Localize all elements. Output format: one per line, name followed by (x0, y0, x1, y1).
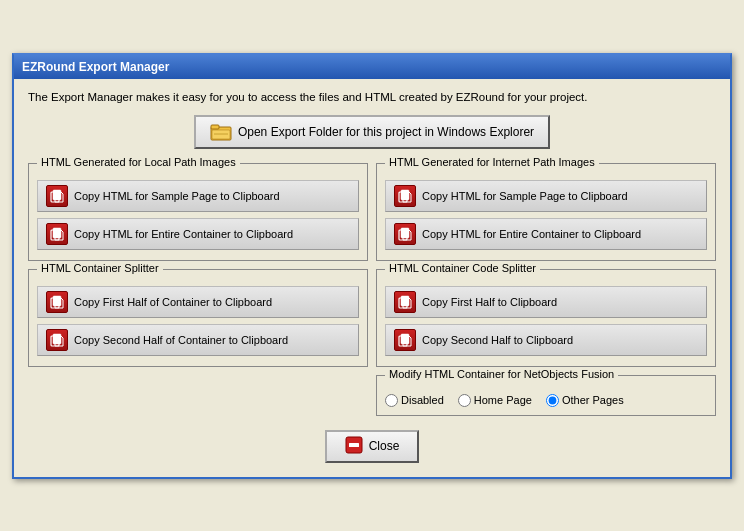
copy-icon-7 (394, 291, 416, 313)
local-sample-page-button[interactable]: Copy HTML for Sample Page to Clipboard (37, 180, 359, 212)
copy-icon-1 (46, 185, 68, 207)
first-half-container-button[interactable]: Copy First Half of Container to Clipboar… (37, 286, 359, 318)
internet-entire-container-label: Copy HTML for Entire Container to Clipbo… (422, 228, 641, 240)
code-splitter-legend: HTML Container Code Splitter (385, 262, 540, 274)
right-panel: HTML Generated for Internet Path Images (376, 163, 716, 416)
local-path-content: Copy HTML for Sample Page to Clipboard (37, 180, 359, 250)
radio-disabled[interactable] (385, 394, 398, 407)
copy-icon-2 (46, 223, 68, 245)
main-window: EZRound Export Manager The Export Manage… (12, 53, 732, 479)
local-entire-container-button[interactable]: Copy HTML for Entire Container to Clipbo… (37, 218, 359, 250)
title-bar: EZRound Export Manager (14, 55, 730, 79)
description-text: The Export Manager makes it easy for you… (28, 91, 716, 103)
window-title: EZRound Export Manager (22, 60, 722, 74)
netobjects-group: Modify HTML Container for NetObjects Fus… (376, 375, 716, 416)
radio-homepage[interactable] (458, 394, 471, 407)
local-entire-container-label: Copy HTML for Entire Container to Clipbo… (74, 228, 293, 240)
copy-icon-8 (394, 329, 416, 351)
second-half-label: Copy Second Half to Clipboard (422, 334, 573, 346)
local-path-legend: HTML Generated for Local Path Images (37, 156, 240, 168)
radio-disabled-option[interactable]: Disabled (385, 394, 444, 407)
open-folder-label: Open Export Folder for this project in W… (238, 125, 534, 139)
local-sample-page-label: Copy HTML for Sample Page to Clipboard (74, 190, 280, 202)
svg-rect-21 (349, 443, 359, 447)
first-half-container-label: Copy First Half of Container to Clipboar… (74, 296, 272, 308)
radio-otherpages[interactable] (546, 394, 559, 407)
panels-row: HTML Generated for Local Path Images (28, 163, 716, 416)
window-body: The Export Manager makes it easy for you… (14, 79, 730, 477)
code-splitter-group: HTML Container Code Splitter (376, 269, 716, 367)
internet-entire-container-button[interactable]: Copy HTML for Entire Container to Clipbo… (385, 218, 707, 250)
copy-icon-5 (394, 185, 416, 207)
radio-homepage-label: Home Page (474, 394, 532, 406)
close-label: Close (369, 439, 400, 453)
radio-otherpages-option[interactable]: Other Pages (546, 394, 624, 407)
close-icon (345, 436, 363, 457)
internet-sample-page-button[interactable]: Copy HTML for Sample Page to Clipboard (385, 180, 707, 212)
code-splitter-content: Copy First Half to Clipboard (385, 286, 707, 356)
local-path-group: HTML Generated for Local Path Images (28, 163, 368, 261)
copy-icon-4 (46, 329, 68, 351)
left-panel: HTML Generated for Local Path Images (28, 163, 368, 416)
internet-path-content: Copy HTML for Sample Page to Clipboard (385, 180, 707, 250)
radio-homepage-option[interactable]: Home Page (458, 394, 532, 407)
internet-path-legend: HTML Generated for Internet Path Images (385, 156, 599, 168)
first-half-button[interactable]: Copy First Half to Clipboard (385, 286, 707, 318)
copy-icon-6 (394, 223, 416, 245)
first-half-label: Copy First Half to Clipboard (422, 296, 557, 308)
radio-row: Disabled Home Page Other Pages (385, 394, 707, 407)
radio-otherpages-label: Other Pages (562, 394, 624, 406)
container-splitter-legend: HTML Container Splitter (37, 262, 163, 274)
internet-path-group: HTML Generated for Internet Path Images (376, 163, 716, 261)
folder-icon (210, 122, 232, 142)
open-folder-container: Open Export Folder for this project in W… (28, 115, 716, 149)
radio-disabled-label: Disabled (401, 394, 444, 406)
open-folder-button[interactable]: Open Export Folder for this project in W… (194, 115, 550, 149)
internet-sample-page-label: Copy HTML for Sample Page to Clipboard (422, 190, 628, 202)
close-button[interactable]: Close (325, 430, 420, 463)
svg-rect-1 (211, 125, 219, 129)
footer: Close (28, 430, 716, 463)
second-half-container-button[interactable]: Copy Second Half of Container to Clipboa… (37, 324, 359, 356)
container-splitter-group: HTML Container Splitter (28, 269, 368, 367)
second-half-button[interactable]: Copy Second Half to Clipboard (385, 324, 707, 356)
container-splitter-content: Copy First Half of Container to Clipboar… (37, 286, 359, 356)
copy-icon-3 (46, 291, 68, 313)
netobjects-legend: Modify HTML Container for NetObjects Fus… (385, 368, 618, 380)
second-half-container-label: Copy Second Half of Container to Clipboa… (74, 334, 288, 346)
